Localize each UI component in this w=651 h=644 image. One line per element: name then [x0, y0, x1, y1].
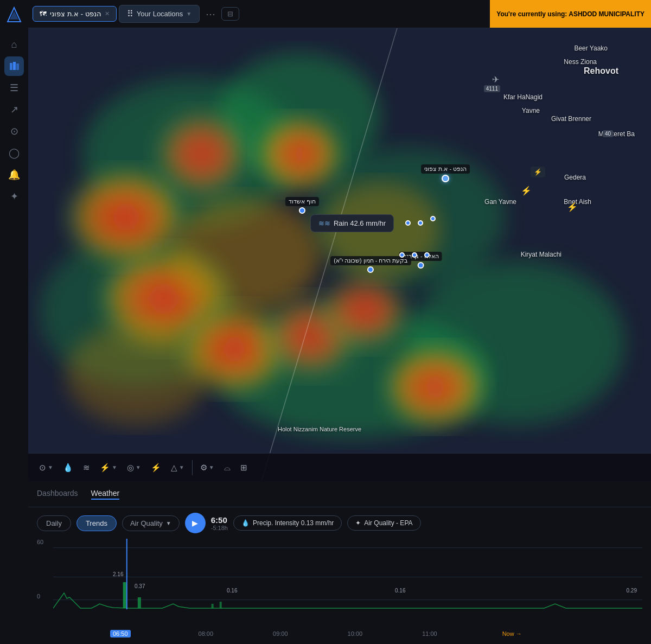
location-pin-icon: ⊙	[39, 463, 46, 473]
alert-dropdown-arrow: ▼	[179, 464, 184, 470]
location-pin-toolbar-button[interactable]: ⊙ ▼	[35, 460, 58, 476]
app-logo	[5, 7, 23, 26]
radar-layer-button[interactable]: ◎ ▼	[123, 460, 145, 476]
time-label-0650: 06:50	[110, 630, 131, 637]
chart-container: 60 0	[37, 539, 642, 626]
lightning-icon: ⚡	[151, 463, 161, 473]
svg-point-15	[256, 116, 343, 192]
wind-icon: ≋	[83, 463, 90, 473]
air-quality-metric-icon: ✦	[355, 519, 361, 527]
svg-rect-2	[10, 63, 12, 70]
pin-nafot-north[interactable]: הנפט - א.ת צפוני	[421, 164, 470, 182]
chart-svg	[53, 539, 642, 609]
chevron-down-icon: ▼	[186, 11, 192, 17]
settings-layer-button[interactable]: ⚙ ▼	[196, 460, 219, 476]
pin-bakaat-dot	[367, 266, 374, 273]
road-4111: 4111	[484, 85, 500, 92]
sidebar-item-rocket[interactable]: ✦	[4, 187, 24, 206]
map-area[interactable]: Rehovot Beer Yaako Ness Ziona Kfar HaNag…	[28, 28, 651, 481]
svg-rect-26	[220, 602, 222, 608]
val-0-29: 0.29	[627, 588, 637, 594]
svg-rect-24	[138, 597, 141, 608]
time-label-now: Now →	[502, 630, 522, 637]
tab-dashboards[interactable]: Dashboards	[37, 489, 78, 500]
play-icon: ▶	[192, 519, 198, 527]
air-quality-label: Air Quality	[130, 519, 163, 527]
radar-overlay	[28, 28, 651, 481]
wind-layer-button[interactable]: ≋	[79, 460, 94, 476]
sidebar-item-list[interactable]: ☰	[4, 78, 24, 98]
sidebar-item-location[interactable]: ⊙	[4, 122, 24, 141]
lightning-icon-right2: ⚡	[567, 202, 578, 212]
toolbar-separator	[192, 460, 193, 475]
pin-hof-ashdod-label: חוף אשדוד	[285, 197, 319, 206]
alert-icon: △	[171, 463, 177, 473]
air-quality-dropdown[interactable]: Air Quality ▼	[122, 515, 180, 531]
time-label-08: 08:00	[199, 630, 214, 637]
main-content: 🗺 הנפט - א.ת צפוני ✕ ⠿ Your Locations ▼ …	[28, 0, 651, 644]
time-label-11: 11:00	[422, 630, 437, 637]
trends-view-button[interactable]: Trends	[76, 515, 117, 531]
rain-layer-button[interactable]: 💧	[59, 460, 78, 476]
time-display: 6:50 -5:18h	[211, 515, 228, 531]
close-tab-icon[interactable]: ✕	[105, 10, 110, 17]
svg-point-16	[66, 170, 186, 264]
svg-rect-25	[212, 604, 214, 608]
measure-layer-button[interactable]: ⌓	[220, 460, 235, 476]
panel-tabs: Dashboards Weather	[28, 481, 651, 507]
y-label-0: 0	[37, 593, 40, 600]
ruler-icon: ⊞	[240, 463, 247, 473]
more-options-button[interactable]: ⋯	[202, 5, 219, 23]
play-button[interactable]: ▶	[185, 513, 206, 533]
map-tab-icon: 🗺	[40, 10, 47, 18]
airport-icon: ✈	[492, 74, 499, 85]
val-0-37: 0.37	[135, 583, 145, 589]
lightning-icon-right: ⚡	[521, 186, 532, 196]
sidebar-item-map[interactable]	[4, 56, 24, 76]
tab-weather[interactable]: Weather	[91, 489, 120, 500]
sidebar-item-trends[interactable]: ↗	[4, 100, 24, 119]
precip-intensity-pill[interactable]: 💧 Precip. Intensity 0.13 mm/hr	[233, 515, 342, 531]
filter-icon: ⊟	[227, 10, 233, 18]
cluster-dot-4	[399, 252, 405, 258]
filter-button[interactable]: ⊟	[221, 7, 239, 21]
map-tab-label: הנפט - א.ת צפוני	[50, 10, 101, 18]
thunder-dropdown-arrow: ▼	[112, 464, 117, 470]
panel-controls: Daily Trends Air Quality ▼ ▶ 6:50 -5:18h…	[28, 507, 651, 539]
radar-icon: ◎	[127, 463, 134, 473]
alert-layer-button[interactable]: △ ▼	[167, 460, 189, 476]
air-quality-chevron-icon: ▼	[166, 520, 171, 526]
daily-view-button[interactable]: Daily	[37, 515, 71, 531]
thunder-icon: ⚡	[100, 463, 110, 473]
location-pin-dropdown-arrow: ▼	[48, 464, 53, 470]
precip-icon: 💧	[241, 519, 250, 527]
air-quality-pill[interactable]: ✦ Air Quality - EPA	[347, 515, 420, 531]
settings-dropdown-arrow: ▼	[209, 464, 214, 470]
locations-label: Your Locations	[137, 10, 183, 18]
svg-rect-3	[13, 62, 16, 70]
topbar: 🗺 הנפט - א.ת צפוני ✕ ⠿ Your Locations ▼ …	[28, 0, 651, 28]
map-toolbar: ⊙ ▼ 💧 ≋ ⚡ ▼ ◎ ▼ ⚡	[28, 453, 651, 481]
ruler-layer-button[interactable]: ⊞	[236, 460, 252, 476]
time-label-10: 10:00	[348, 630, 363, 637]
thunder-layer-button[interactable]: ⚡ ▼	[95, 460, 122, 476]
grid-icon: ⠿	[127, 9, 133, 19]
air-quality-metric-label: Air Quality - EPA	[364, 519, 412, 527]
sidebar-item-bell[interactable]: 🔔	[4, 165, 24, 184]
svg-point-17	[318, 273, 411, 349]
your-locations-button[interactable]: ⠿ Your Locations ▼	[119, 5, 200, 23]
pin-hof-ashdod[interactable]: חוף אשדוד	[285, 197, 319, 214]
svg-rect-23	[123, 582, 126, 608]
val-0-16a: 0.16	[227, 588, 237, 594]
lightning-layer-button[interactable]: ⚡	[146, 460, 165, 476]
pin-hala-gan-yavne-dot	[417, 262, 424, 269]
time-label-09: 09:00	[273, 630, 288, 637]
sidebar-item-home[interactable]: ⌂	[4, 35, 24, 54]
map-background: Rehovot Beer Yaako Ness Ziona Kfar HaNag…	[28, 28, 651, 481]
rain-icon: 💧	[63, 463, 73, 473]
time-main: 6:50	[211, 515, 228, 525]
map-tab[interactable]: 🗺 הנפט - א.ת צפוני ✕	[33, 6, 117, 22]
pin-bakaat[interactable]: בקעת הירח - חניון (שכונה י"א)	[330, 256, 411, 273]
municipality-banner: You're currently using: ASHDOD MUNICIPAL…	[490, 0, 651, 28]
sidebar-item-bulb[interactable]: ◯	[4, 143, 24, 163]
